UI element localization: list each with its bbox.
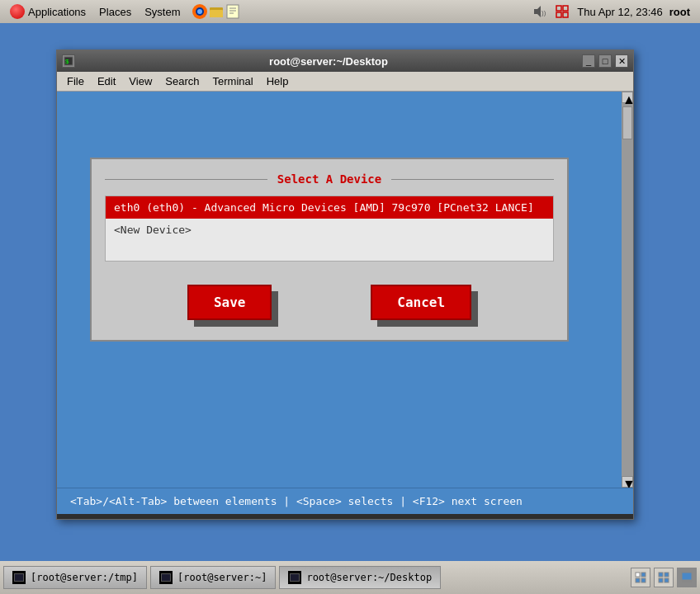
scroll-down-btn[interactable]: ▼ [622, 476, 633, 488]
scroll-thumb[interactable] [622, 106, 632, 139]
device-item-eth0[interactable]: eth0 (eth0) - Advanced Micro Devices [AM… [106, 196, 553, 219]
places-label: Places [99, 6, 131, 18]
menu-terminal[interactable]: Terminal [206, 73, 260, 89]
terminal-window: $ root@server:~/Desktop _ □ ✕ File Edit … [56, 50, 634, 520]
status-hint: <Tab>/<Alt-Tab> between elements | <Spac… [70, 495, 523, 507]
taskbar-label-home: [root@server:~] [177, 572, 267, 583]
network-icon[interactable] [554, 3, 570, 20]
desktop-btn-1[interactable] [631, 568, 650, 587]
menu-help[interactable]: Help [260, 73, 296, 89]
menu-view[interactable]: View [122, 73, 158, 89]
svg-rect-24 [665, 578, 669, 582]
menu-edit[interactable]: Edit [91, 73, 122, 89]
show-desktop-btn[interactable] [677, 568, 697, 587]
svg-rect-22 [665, 573, 669, 577]
svg-rect-17 [636, 573, 640, 577]
window-title: root@server:~/Desktop [75, 55, 582, 68]
volume-icon[interactable]: )) [531, 3, 547, 20]
save-button[interactable]: Save [187, 285, 272, 320]
menubar: File Edit View Search Terminal Help [57, 72, 633, 92]
device-item-new[interactable]: <New Device> [106, 219, 553, 241]
device-new-label: <New Device> [114, 224, 192, 236]
svg-text:)): )) [542, 9, 546, 16]
window-titlebar: $ root@server:~/Desktop _ □ ✕ [57, 50, 633, 72]
svg-marker-9 [534, 6, 541, 17]
svg-text:$: $ [65, 58, 69, 65]
taskbar-item-home[interactable]: [root@server:~] [150, 566, 276, 589]
svg-rect-19 [636, 578, 640, 582]
taskbar-item-desktop[interactable]: root@server:~/Desktop [279, 566, 441, 589]
svg-rect-26 [682, 581, 692, 582]
minimize-button[interactable]: _ [582, 54, 595, 68]
window-statusbar: <Tab>/<Alt-Tab> between elements | <Spac… [57, 488, 633, 514]
apps-icon [10, 4, 25, 19]
svg-rect-11 [556, 6, 561, 11]
terminal-icon-desktop [288, 571, 301, 584]
svg-rect-13 [556, 12, 561, 17]
file-manager-icon[interactable] [208, 3, 225, 20]
terminal-icon-home [159, 571, 173, 584]
terminal-small-icon: $ [62, 54, 75, 68]
save-btn-wrap: Save [187, 285, 272, 320]
svg-rect-4 [210, 10, 223, 17]
svg-rect-5 [227, 5, 239, 18]
system-label: System [144, 6, 180, 18]
title-line-left [105, 179, 267, 180]
applications-menu[interactable]: Applications [3, 2, 92, 21]
svg-rect-25 [682, 573, 692, 580]
device-eth0-label: eth0 (eth0) - Advanced Micro Devices [AM… [114, 201, 534, 214]
window-action-controls: _ □ ✕ [582, 54, 628, 68]
bottom-taskbar: [root@server:/tmp] [root@server:~] root@… [0, 561, 700, 594]
dialog-title: Select A Device [267, 172, 391, 186]
close-button[interactable]: ✕ [615, 54, 628, 68]
terminal-content: Select A Device eth0 (eth0) - Advanced M… [57, 92, 633, 488]
device-list[interactable]: eth0 (eth0) - Advanced Micro Devices [AM… [105, 196, 554, 262]
places-menu[interactable]: Places [92, 2, 138, 21]
svg-rect-21 [659, 573, 663, 577]
taskbar-item-tmp[interactable]: [root@server:/tmp] [3, 566, 147, 589]
firefox-icon[interactable] [192, 3, 208, 20]
desktop-btn-2[interactable] [654, 568, 674, 587]
text-editor-icon[interactable] [225, 3, 241, 20]
system-menu[interactable]: System [138, 2, 187, 21]
svg-point-2 [197, 9, 202, 14]
title-line-right [391, 179, 554, 180]
cancel-button[interactable]: Cancel [371, 285, 471, 320]
taskbar-right [631, 568, 697, 587]
svg-rect-18 [641, 573, 646, 577]
svg-rect-23 [659, 578, 663, 582]
svg-rect-12 [563, 6, 568, 11]
scroll-up-btn[interactable]: ▲ [622, 92, 633, 103]
clock: Thu Apr 12, 23:46 [577, 6, 662, 18]
username: root [669, 6, 690, 18]
scrollbar[interactable]: ▲ ▼ [622, 92, 633, 488]
dialog-buttons: Save Cancel [105, 278, 554, 327]
window-controls: $ [62, 54, 75, 68]
applications-label: Applications [28, 6, 86, 18]
select-device-dialog: Select A Device eth0 (eth0) - Advanced M… [90, 158, 569, 342]
svg-rect-20 [641, 578, 646, 582]
menu-file[interactable]: File [60, 73, 91, 89]
taskbar-label-tmp: [root@server:/tmp] [31, 572, 138, 583]
menu-search[interactable]: Search [158, 73, 206, 89]
dialog-title-bar: Select A Device [105, 172, 554, 186]
top-taskbar-right: )) Thu Apr 12, 23:46 root [531, 3, 697, 20]
cancel-btn-wrap: Cancel [371, 285, 471, 320]
desktop: $ root@server:~/Desktop _ □ ✕ File Edit … [0, 23, 700, 561]
svg-rect-14 [563, 12, 568, 17]
terminal-icon-tmp [12, 571, 26, 584]
top-taskbar-left: Applications Places System [3, 2, 529, 21]
maximize-button[interactable]: □ [598, 54, 612, 68]
top-taskbar: Applications Places System [0, 0, 700, 23]
taskbar-label-desktop: root@server:~/Desktop [306, 572, 432, 583]
